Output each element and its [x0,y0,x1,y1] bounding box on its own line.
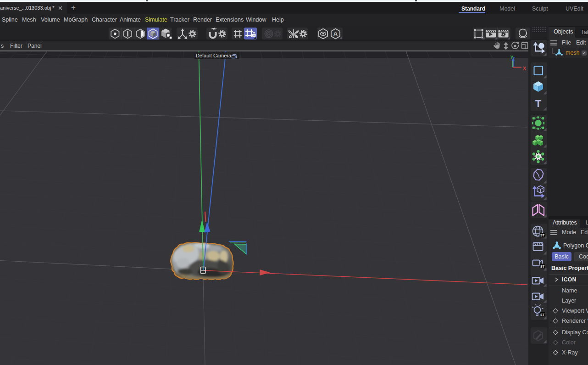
svg-text:X: X [523,66,526,71]
svg-text:A: A [333,30,338,37]
svg-text:ST: ST [540,265,545,268]
svg-text:T: T [535,98,542,109]
svg-text:ST: ST [540,313,545,316]
svg-text:Z: Z [512,56,515,62]
svg-text:ST: ST [540,234,545,237]
